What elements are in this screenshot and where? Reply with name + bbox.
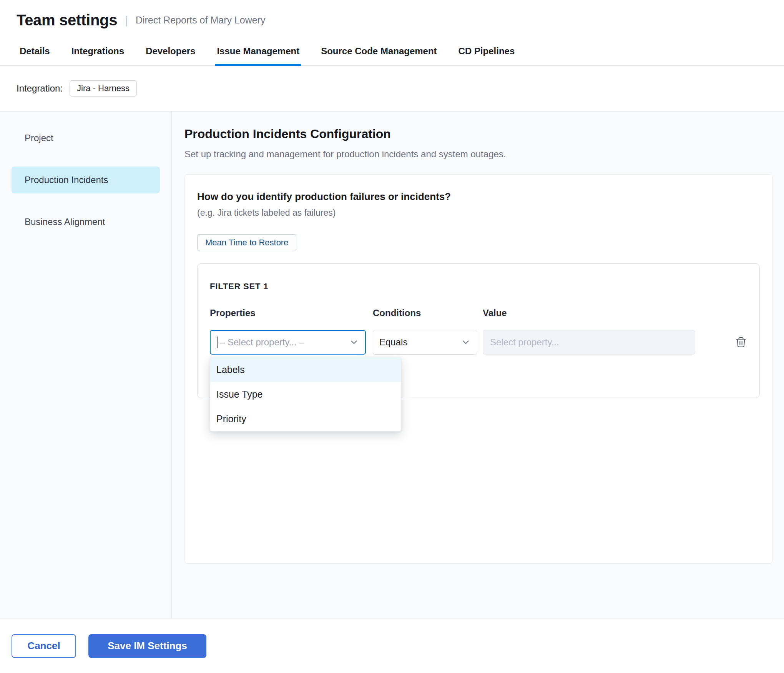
property-dropdown: Labels Issue Type Priority (210, 357, 401, 431)
delete-filter-button[interactable] (735, 336, 747, 348)
integration-label: Integration: (17, 83, 63, 94)
tab-bar: Details Integrations Developers Issue Ma… (0, 38, 784, 66)
cancel-button[interactable]: Cancel (12, 634, 76, 658)
dropdown-option-issue-type[interactable]: Issue Type (210, 382, 401, 406)
sidebar-item-project[interactable]: Project (12, 125, 160, 152)
dropdown-option-labels[interactable]: Labels (210, 357, 401, 382)
tab-source-code-management[interactable]: Source Code Management (319, 38, 438, 66)
question-heading: How do you identify production failures … (197, 191, 760, 203)
property-select[interactable]: – Select property... – (210, 330, 366, 355)
tab-cd-pipelines[interactable]: CD Pipelines (457, 38, 517, 66)
tab-developers[interactable]: Developers (144, 38, 197, 66)
section-subtitle: Set up tracking and management for produ… (184, 149, 772, 160)
tab-issue-management[interactable]: Issue Management (215, 38, 301, 66)
conditions-column-label: Conditions (373, 308, 477, 318)
page-title: Team settings (17, 12, 117, 29)
properties-column-label: Properties (210, 308, 366, 318)
tab-details[interactable]: Details (18, 38, 51, 66)
condition-select-value: Equals (379, 337, 407, 348)
page: Team settings | Direct Reports of Mary L… (0, 0, 784, 673)
page-header: Team settings | Direct Reports of Mary L… (0, 0, 784, 38)
content-area: Project Production Incidents Business Al… (0, 112, 784, 618)
dropdown-option-priority[interactable]: Priority (210, 406, 401, 431)
footer-action-bar: Cancel Save IM Settings (0, 618, 784, 673)
value-column-label: Value (483, 308, 695, 318)
integration-chip[interactable]: Jira - Harness (70, 80, 137, 97)
filter-column-labels: Properties Conditions Value (210, 308, 747, 318)
filter-row: – Select property... – Equals (210, 330, 747, 355)
section-title: Production Incidents Configuration (184, 127, 772, 141)
value-input[interactable] (483, 330, 695, 355)
sidebar-item-production-incidents[interactable]: Production Incidents (12, 167, 160, 193)
question-hint: (e.g. Jira tickets labeled as failures) (197, 208, 760, 218)
filter-set-box: FILTER SET 1 Properties Conditions Value… (197, 263, 760, 398)
page-subtitle: Direct Reports of Mary Lowery (136, 15, 266, 26)
integration-row: Integration: Jira - Harness (0, 66, 784, 112)
property-select-placeholder: – Select property... – (220, 337, 304, 348)
mean-time-to-restore-tab[interactable]: Mean Time to Restore (197, 234, 296, 251)
main-panel: Production Incidents Configuration Set u… (172, 112, 784, 618)
tab-integrations[interactable]: Integrations (70, 38, 126, 66)
filter-set-title: FILTER SET 1 (210, 282, 747, 292)
incidents-config-card: How do you identify production failures … (184, 174, 772, 564)
title-separator: | (125, 14, 128, 27)
sidebar-item-business-alignment[interactable]: Business Alignment (12, 208, 160, 235)
condition-select[interactable]: Equals (373, 330, 477, 355)
text-cursor (217, 336, 218, 348)
chevron-down-icon (461, 337, 471, 347)
chevron-down-icon (349, 337, 359, 347)
save-im-settings-button[interactable]: Save IM Settings (88, 634, 206, 658)
settings-sidebar: Project Production Incidents Business Al… (0, 112, 172, 618)
